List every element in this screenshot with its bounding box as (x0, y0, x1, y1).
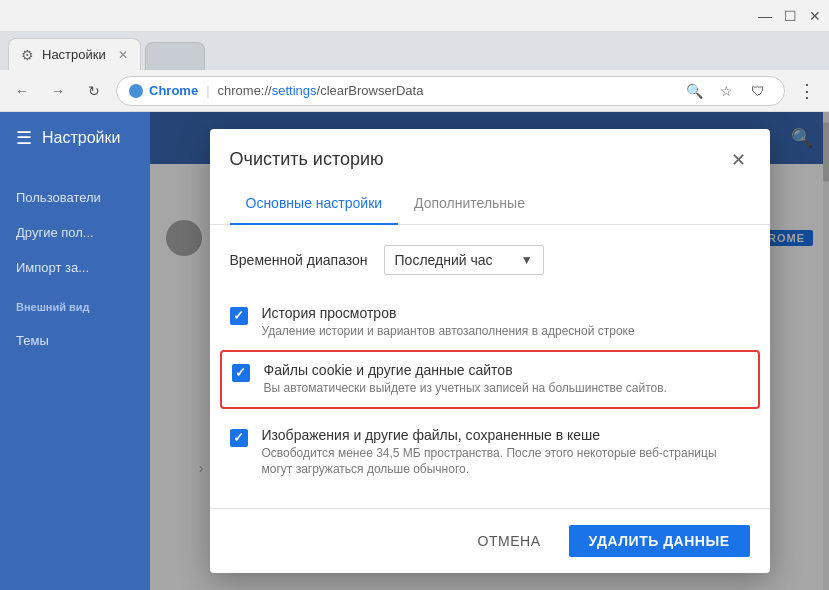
checkbox-cache-wrapper: ✓ (230, 429, 248, 479)
hamburger-icon[interactable]: ☰ (16, 127, 32, 149)
address-bar: ← → ↻ Chrome | chrome://settings/clearBr… (0, 70, 829, 112)
url-path2: /clearBrowserData (317, 83, 424, 98)
sidebar-item-users[interactable]: Пользователи (0, 180, 150, 215)
sidebar-header: ☰ Настройки (0, 112, 150, 164)
maximize-button[interactable]: ☐ (784, 8, 797, 24)
settings-page: ☰ Настройки Пользователи Другие пол... И… (0, 112, 829, 590)
time-range-row: Временной диапазон Последний час ▼ (230, 245, 750, 275)
search-button[interactable]: 🔍 (680, 77, 708, 105)
active-tab[interactable]: ⚙ Настройки ✕ (8, 38, 141, 70)
time-range-value: Последний час (395, 252, 493, 268)
checkbox-cache[interactable]: ✓ (230, 429, 248, 447)
forward-button[interactable]: → (44, 77, 72, 105)
url-bar[interactable]: Chrome | chrome://settings/clearBrowserD… (116, 76, 785, 106)
settings-sidebar: ☰ Настройки Пользователи Другие пол... И… (0, 112, 150, 590)
checkbox-history[interactable]: ✓ (230, 307, 248, 325)
shield-button[interactable]: 🛡 (744, 77, 772, 105)
dialog-header: Очистить историю ✕ (210, 129, 770, 175)
sidebar-item-other[interactable]: Другие пол... (0, 215, 150, 250)
sidebar-title-text: Настройки (42, 129, 120, 147)
dialog-title: Очистить историю (230, 149, 384, 170)
checkbox-history-label: История просмотров (262, 305, 635, 321)
sidebar-nav: Пользователи Другие пол... Импорт за... … (0, 172, 150, 358)
checkbox-cache-sublabel: Освободится менее 34,5 МБ пространства. … (262, 445, 750, 479)
checkbox-cookies-text: Файлы cookie и другие данные сайтов Вы а… (264, 362, 667, 397)
window-controls: — ☐ ✕ (758, 8, 821, 24)
secure-icon (129, 84, 143, 98)
tab-label: Настройки (42, 47, 106, 62)
checkbox-cookies-wrapper: ✓ (232, 364, 250, 397)
chrome-menu-button[interactable]: ⋮ (793, 77, 821, 105)
checkbox-cookies-sublabel: Вы автоматически выйдете из учетных запи… (264, 380, 667, 397)
url-divider: | (206, 83, 209, 98)
dialog-overlay: Очистить историю ✕ Основные настройки До… (150, 112, 829, 590)
checkbox-cookies-item: ✓ Файлы cookie и другие данные сайтов Вы… (220, 350, 760, 409)
bookmark-button[interactable]: ☆ (712, 77, 740, 105)
clear-history-dialog: Очистить историю ✕ Основные настройки До… (210, 129, 770, 573)
url-path: settings (272, 83, 317, 98)
reload-button[interactable]: ↻ (80, 77, 108, 105)
dialog-footer: ОТМЕНА УДАЛИТЬ ДАННЫЕ (210, 508, 770, 573)
close-window-button[interactable]: ✕ (809, 8, 821, 24)
url-prefix: chrome:// (218, 83, 272, 98)
back-button[interactable]: ← (8, 77, 36, 105)
checkbox-cache-item: ✓ Изображения и другие файлы, сохраненны… (230, 417, 750, 489)
delete-data-button[interactable]: УДАЛИТЬ ДАННЫЕ (569, 525, 750, 557)
tab-bar: ⚙ Настройки ✕ (0, 32, 829, 70)
checkbox-history-sublabel: Удаление истории и вариантов автозаполне… (262, 323, 635, 340)
title-bar: — ☐ ✕ (0, 0, 829, 32)
tab-settings-icon: ⚙ (21, 47, 34, 63)
sidebar-item-import[interactable]: Импорт за... (0, 250, 150, 285)
url-actions: 🔍 ☆ 🛡 (680, 77, 772, 105)
cancel-button[interactable]: ОТМЕНА (462, 525, 557, 557)
tab-advanced-settings[interactable]: Дополнительные (398, 183, 541, 225)
checkmark-icon: ✓ (233, 308, 244, 323)
checkmark-icon: ✓ (233, 430, 244, 445)
time-range-select[interactable]: Последний час ▼ (384, 245, 544, 275)
dialog-close-button[interactable]: ✕ (727, 145, 750, 175)
dialog-tabs: Основные настройки Дополнительные (210, 183, 770, 225)
dialog-body: Временной диапазон Последний час ▼ ✓ (210, 225, 770, 508)
url-brand: Chrome (149, 83, 198, 98)
tab-close-button[interactable]: ✕ (118, 48, 128, 62)
tab-basic-settings[interactable]: Основные настройки (230, 183, 399, 225)
checkbox-cache-text: Изображения и другие файлы, сохраненные … (262, 427, 750, 479)
checkbox-history-wrapper: ✓ (230, 307, 248, 340)
checkbox-cookies[interactable]: ✓ (232, 364, 250, 382)
time-range-label: Временной диапазон (230, 252, 368, 268)
checkbox-history-text: История просмотров Удаление истории и ва… (262, 305, 635, 340)
minimize-button[interactable]: — (758, 8, 772, 24)
checkbox-history-item: ✓ История просмотров Удаление истории и … (230, 295, 750, 350)
inactive-tab[interactable] (145, 42, 205, 70)
checkbox-cookies-label: Файлы cookie и другие данные сайтов (264, 362, 667, 378)
settings-main-content: 🔍 Пользователи П... В CHROME Войдите в..… (150, 112, 829, 590)
url-text: chrome://settings/clearBrowserData (218, 83, 424, 98)
checkmark-icon: ✓ (235, 365, 246, 380)
dropdown-arrow-icon: ▼ (521, 253, 533, 267)
sidebar-section-appearance: Внешний вид (0, 285, 150, 323)
checkbox-cache-label: Изображения и другие файлы, сохраненные … (262, 427, 750, 443)
sidebar-item-themes[interactable]: Темы (0, 323, 150, 358)
